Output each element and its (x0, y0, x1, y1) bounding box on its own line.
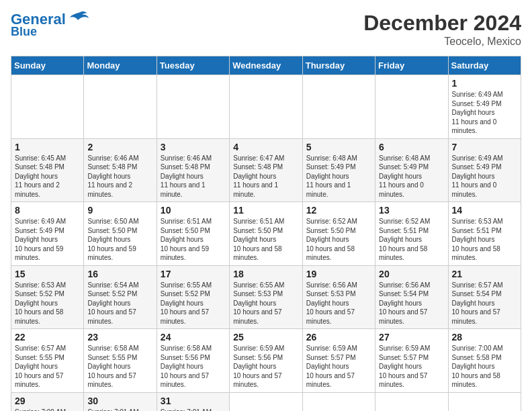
day-info: Sunrise: 6:58 AMSunset: 5:56 PMDaylight … (161, 344, 226, 390)
day-number: 12 (306, 205, 371, 216)
day-info: Sunrise: 6:52 AMSunset: 5:50 PMDaylight … (306, 217, 371, 263)
day-info: Sunrise: 6:59 AMSunset: 5:57 PMDaylight … (306, 344, 371, 390)
day-info: Sunrise: 6:55 AMSunset: 5:53 PMDaylight … (233, 281, 298, 326)
day-number: 20 (379, 269, 444, 279)
calendar-cell: 5Sunrise: 6:48 AMSunset: 5:49 PMDaylight… (302, 138, 375, 202)
calendar-week-row: 29Sunrise: 7:00 AMSunset: 5:59 PMDayligh… (11, 392, 521, 411)
calendar-cell: 24Sunrise: 6:58 AMSunset: 5:56 PMDayligh… (157, 329, 229, 393)
calendar-cell (302, 392, 375, 411)
day-info: Sunrise: 6:58 AMSunset: 5:55 PMDaylight … (87, 344, 152, 390)
logo-blue-text: Blue (11, 26, 37, 38)
day-info: Sunrise: 6:49 AMSunset: 5:49 PMDaylight … (452, 154, 517, 199)
day-number: 13 (379, 205, 444, 216)
day-number: 6 (379, 142, 444, 152)
calendar-cell: 13Sunrise: 6:52 AMSunset: 5:51 PMDayligh… (375, 202, 448, 266)
day-number: 24 (161, 332, 226, 342)
day-number: 3 (161, 142, 226, 152)
calendar-header-row: SundayMondayTuesdayWednesdayThursdayFrid… (11, 56, 521, 75)
calendar-cell: 23Sunrise: 6:58 AMSunset: 5:55 PMDayligh… (84, 329, 157, 393)
day-info: Sunrise: 6:59 AMSunset: 5:56 PMDaylight … (233, 344, 298, 390)
calendar-cell: 1Sunrise: 6:49 AMSunset: 5:49 PMDaylight… (448, 75, 521, 139)
calendar-cell: 11Sunrise: 6:51 AMSunset: 5:50 PMDayligh… (230, 202, 302, 266)
calendar-cell: 31Sunrise: 7:01 AMSunset: 6:00 PMDayligh… (157, 392, 229, 411)
day-number: 25 (233, 332, 298, 342)
calendar-cell: 30Sunrise: 7:01 AMSunset: 5:59 PMDayligh… (84, 392, 157, 411)
day-number: 29 (15, 396, 80, 406)
calendar-cell: 6Sunrise: 6:48 AMSunset: 5:49 PMDaylight… (375, 138, 448, 202)
page-header: General Blue December 2024 Teocelo, Mexi… (11, 11, 521, 48)
day-info: Sunrise: 6:54 AMSunset: 5:52 PMDaylight … (87, 281, 152, 326)
calendar-cell: 14Sunrise: 6:53 AMSunset: 5:51 PMDayligh… (448, 202, 521, 266)
calendar-cell (157, 75, 229, 139)
day-info: Sunrise: 6:55 AMSunset: 5:52 PMDaylight … (161, 281, 226, 326)
day-info: Sunrise: 6:52 AMSunset: 5:51 PMDaylight … (379, 217, 444, 263)
calendar-cell: 17Sunrise: 6:55 AMSunset: 5:52 PMDayligh… (157, 265, 229, 329)
day-number: 19 (306, 269, 371, 279)
calendar-cell: 7Sunrise: 6:49 AMSunset: 5:49 PMDaylight… (448, 138, 521, 202)
calendar-cell: 12Sunrise: 6:52 AMSunset: 5:50 PMDayligh… (302, 202, 375, 266)
calendar-cell: 28Sunrise: 7:00 AMSunset: 5:58 PMDayligh… (448, 329, 521, 393)
day-number: 1 (452, 78, 517, 89)
day-number: 22 (15, 332, 80, 342)
day-number: 16 (87, 269, 152, 279)
header-sunday: Sunday (11, 56, 84, 75)
calendar-cell: 27Sunrise: 6:59 AMSunset: 5:57 PMDayligh… (375, 329, 448, 393)
header-saturday: Saturday (448, 56, 521, 75)
day-number: 10 (161, 205, 226, 216)
day-info: Sunrise: 6:45 AMSunset: 5:48 PMDaylight … (15, 154, 80, 199)
calendar-cell: 10Sunrise: 6:51 AMSunset: 5:50 PMDayligh… (157, 202, 229, 266)
day-number: 27 (379, 332, 444, 342)
calendar-cell: 22Sunrise: 6:57 AMSunset: 5:55 PMDayligh… (11, 329, 84, 393)
calendar-table: SundayMondayTuesdayWednesdayThursdayFrid… (11, 56, 521, 411)
day-info: Sunrise: 7:01 AMSunset: 6:00 PMDaylight … (161, 408, 226, 412)
day-number: 28 (452, 332, 517, 342)
day-number: 21 (452, 269, 517, 279)
calendar-cell: 9Sunrise: 6:50 AMSunset: 5:50 PMDaylight… (84, 202, 157, 266)
day-number: 15 (15, 269, 80, 279)
calendar-cell: 19Sunrise: 6:56 AMSunset: 5:53 PMDayligh… (302, 265, 375, 329)
header-friday: Friday (375, 56, 448, 75)
day-info: Sunrise: 6:48 AMSunset: 5:49 PMDaylight … (379, 154, 444, 199)
header-wednesday: Wednesday (230, 56, 302, 75)
day-number: 18 (233, 269, 298, 279)
day-info: Sunrise: 6:48 AMSunset: 5:49 PMDaylight … (306, 154, 371, 199)
day-info: Sunrise: 6:49 AMSunset: 5:49 PMDaylight … (452, 90, 517, 136)
day-number: 8 (15, 205, 80, 216)
day-info: Sunrise: 6:57 AMSunset: 5:54 PMDaylight … (452, 281, 517, 326)
calendar-cell: 4Sunrise: 6:47 AMSunset: 5:48 PMDaylight… (230, 138, 302, 202)
day-info: Sunrise: 6:51 AMSunset: 5:50 PMDaylight … (233, 217, 298, 263)
day-info: Sunrise: 6:56 AMSunset: 5:53 PMDaylight … (306, 281, 371, 326)
calendar-week-row: 22Sunrise: 6:57 AMSunset: 5:55 PMDayligh… (11, 329, 521, 393)
calendar-week-row: 15Sunrise: 6:53 AMSunset: 5:52 PMDayligh… (11, 265, 521, 329)
calendar-cell (230, 392, 302, 411)
day-number: 30 (87, 396, 152, 406)
calendar-cell (375, 392, 448, 411)
day-info: Sunrise: 6:57 AMSunset: 5:55 PMDaylight … (15, 344, 80, 390)
day-info: Sunrise: 7:00 AMSunset: 5:58 PMDaylight … (452, 344, 517, 390)
logo: General Blue (11, 11, 89, 38)
day-number: 26 (306, 332, 371, 342)
calendar-subtitle: Teocelo, Mexico (363, 36, 521, 48)
day-info: Sunrise: 6:53 AMSunset: 5:52 PMDaylight … (15, 281, 80, 326)
calendar-week-row: 1Sunrise: 6:45 AMSunset: 5:48 PMDaylight… (11, 138, 521, 202)
day-info: Sunrise: 6:51 AMSunset: 5:50 PMDaylight … (161, 217, 226, 263)
title-block: December 2024 Teocelo, Mexico (363, 11, 521, 48)
day-info: Sunrise: 6:59 AMSunset: 5:57 PMDaylight … (379, 344, 444, 390)
calendar-cell: 15Sunrise: 6:53 AMSunset: 5:52 PMDayligh… (11, 265, 84, 329)
day-number: 23 (87, 332, 152, 342)
day-number: 5 (306, 142, 371, 152)
day-number: 1 (15, 142, 80, 152)
calendar-cell: 8Sunrise: 6:49 AMSunset: 5:49 PMDaylight… (11, 202, 84, 266)
header-monday: Monday (84, 56, 157, 75)
header-thursday: Thursday (302, 56, 375, 75)
day-number: 14 (452, 205, 517, 216)
day-info: Sunrise: 6:56 AMSunset: 5:54 PMDaylight … (379, 281, 444, 326)
day-info: Sunrise: 6:46 AMSunset: 5:48 PMDaylight … (87, 154, 152, 199)
calendar-cell (302, 75, 375, 139)
logo-bird-icon (67, 11, 89, 26)
calendar-cell: 1Sunrise: 6:45 AMSunset: 5:48 PMDaylight… (11, 138, 84, 202)
day-info: Sunrise: 7:00 AMSunset: 5:59 PMDaylight … (15, 408, 80, 412)
header-tuesday: Tuesday (157, 56, 229, 75)
calendar-cell (11, 75, 84, 139)
day-info: Sunrise: 6:46 AMSunset: 5:48 PMDaylight … (161, 154, 226, 199)
